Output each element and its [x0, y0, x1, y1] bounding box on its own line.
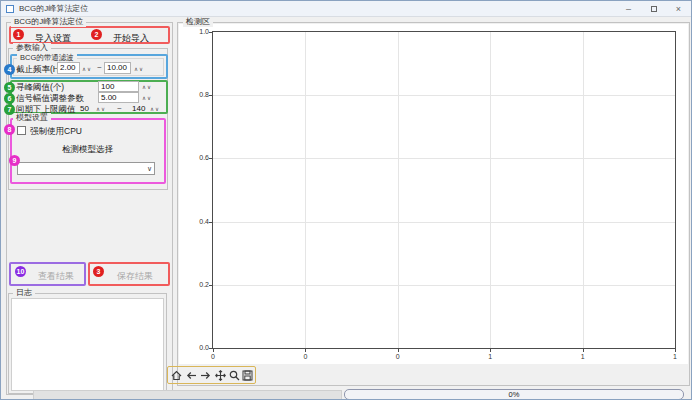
- main-group-label: BCG的J峰算法定位: [11, 17, 86, 27]
- y-tick-mark: [209, 285, 212, 286]
- spin-down-icon[interactable]: ∨: [87, 66, 92, 72]
- gridline-horizontal: [213, 95, 675, 96]
- titlebar: BCG的J峰算法定位 – ×: [1, 1, 691, 17]
- peak-threshold-spinner[interactable]: ∧∨: [142, 83, 152, 91]
- progress-bar: 0%: [344, 389, 684, 400]
- model-combobox[interactable]: ∨: [17, 162, 155, 175]
- badge-3: 3: [93, 266, 104, 277]
- spin-down-icon[interactable]: ∨: [147, 95, 152, 101]
- x-tick-mark: [398, 349, 399, 352]
- interval-range-separator: ~: [117, 104, 122, 113]
- badge-2: 2: [91, 29, 102, 40]
- spin-down-icon[interactable]: ∨: [155, 106, 160, 112]
- y-tick-mark: [209, 158, 212, 159]
- gridline-horizontal: [213, 222, 675, 223]
- start-import-button[interactable]: 开始导入: [107, 31, 155, 46]
- x-tick-label: 0: [207, 353, 219, 361]
- y-tick-mark: [209, 95, 212, 96]
- save-results-button[interactable]: 保存结果: [111, 269, 159, 284]
- x-tick-label: 1: [577, 353, 589, 361]
- pan-icon[interactable]: [214, 369, 227, 382]
- amp-param-label: 信号幅值调整参数: [16, 93, 84, 103]
- badge-9: 9: [9, 155, 20, 166]
- amp-param-input[interactable]: 5.00: [98, 92, 139, 103]
- gridline-vertical: [583, 32, 584, 348]
- back-icon[interactable]: [185, 369, 198, 382]
- window-title: BCG的J峰算法定位: [19, 3, 88, 14]
- interval-low-spinner[interactable]: ∧∨: [96, 105, 106, 113]
- log-group-label: 日志: [13, 288, 35, 298]
- axes[interactable]: 0001110.00.20.40.60.81.0: [212, 31, 676, 349]
- y-tick-label: 0.2: [194, 281, 209, 289]
- cutoff-high-spinner[interactable]: ∧∨: [134, 65, 144, 73]
- badge-5: 5: [4, 82, 15, 93]
- detect-group-label: 检测区: [183, 17, 213, 27]
- interval-high-spinner[interactable]: ∧∨: [150, 105, 160, 113]
- y-tick-mark: [209, 348, 212, 349]
- model-group-label: 模型设置: [13, 113, 51, 123]
- x-tick-mark: [490, 349, 491, 352]
- badge-7: 7: [4, 104, 15, 115]
- y-tick-label: 0.4: [194, 218, 209, 226]
- app-window: BCG的J峰算法定位 – × BCG的J峰算法定位 1 导入设置 2 开始导入 …: [0, 0, 692, 400]
- param-group-label: 参数输入: [13, 43, 51, 53]
- minimize-button[interactable]: –: [616, 1, 641, 16]
- gridline-horizontal: [213, 158, 675, 159]
- close-button[interactable]: ×: [666, 1, 691, 16]
- maximize-button[interactable]: [641, 1, 666, 16]
- spin-down-icon[interactable]: ∨: [101, 106, 106, 112]
- peak-threshold-label: 寻峰阈值(个): [16, 82, 64, 92]
- badge-10: 10: [15, 266, 26, 277]
- peak-threshold-input[interactable]: 100: [98, 81, 139, 92]
- gridline-horizontal: [213, 285, 675, 286]
- cutoff-range-separator: ~: [97, 63, 102, 72]
- x-tick-mark: [305, 349, 306, 352]
- force-cpu-checkbox[interactable]: [17, 126, 26, 135]
- x-tick-label: 0: [299, 353, 311, 361]
- y-tick-label: 1.0: [194, 28, 209, 36]
- log-textbox[interactable]: [11, 298, 164, 391]
- cutoff-low-spinner[interactable]: ∧∨: [82, 65, 92, 73]
- y-tick-label: 0.0: [194, 344, 209, 352]
- spin-down-icon[interactable]: ∨: [147, 84, 152, 90]
- badge-4: 4: [4, 64, 15, 75]
- window-controls: – ×: [616, 1, 691, 16]
- badge-8: 8: [4, 124, 15, 135]
- view-results-button[interactable]: 查看结果: [32, 269, 80, 284]
- y-tick-mark: [209, 32, 212, 33]
- home-icon[interactable]: [170, 369, 183, 382]
- cutoff-low-input[interactable]: 2.00: [57, 62, 80, 74]
- spin-down-icon[interactable]: ∨: [139, 66, 144, 72]
- gridline-vertical: [490, 32, 491, 348]
- zoom-icon[interactable]: [228, 369, 241, 382]
- y-tick-mark: [209, 222, 212, 223]
- gridline-vertical: [305, 32, 306, 348]
- force-cpu-label: 强制使用CPU: [30, 126, 82, 136]
- x-tick-label: 0: [392, 353, 404, 361]
- x-tick-mark: [675, 349, 676, 352]
- interval-low-input[interactable]: 50: [77, 103, 93, 114]
- interval-high-input[interactable]: 140: [129, 103, 148, 114]
- badge-6: 6: [4, 93, 15, 104]
- y-tick-label: 0.8: [194, 91, 209, 99]
- chevron-down-icon: ∨: [147, 165, 152, 173]
- progress-label: 0%: [509, 390, 520, 399]
- maximize-icon: [651, 6, 657, 12]
- model-select-label: 检测模型选择: [62, 144, 113, 154]
- save-icon[interactable]: [241, 369, 254, 382]
- y-tick-label: 0.6: [194, 154, 209, 162]
- gridline-vertical: [398, 32, 399, 348]
- x-tick-label: 1: [484, 353, 496, 361]
- forward-icon[interactable]: [199, 369, 212, 382]
- x-tick-mark: [583, 349, 584, 352]
- x-tick-label: 1: [669, 353, 681, 361]
- amp-param-spinner[interactable]: ∧∨: [142, 94, 152, 102]
- x-tick-mark: [213, 349, 214, 352]
- app-icon: [6, 5, 14, 13]
- badge-1: 1: [13, 29, 24, 40]
- status-strip: [33, 390, 342, 400]
- cutoff-high-input[interactable]: 10.00: [104, 62, 131, 74]
